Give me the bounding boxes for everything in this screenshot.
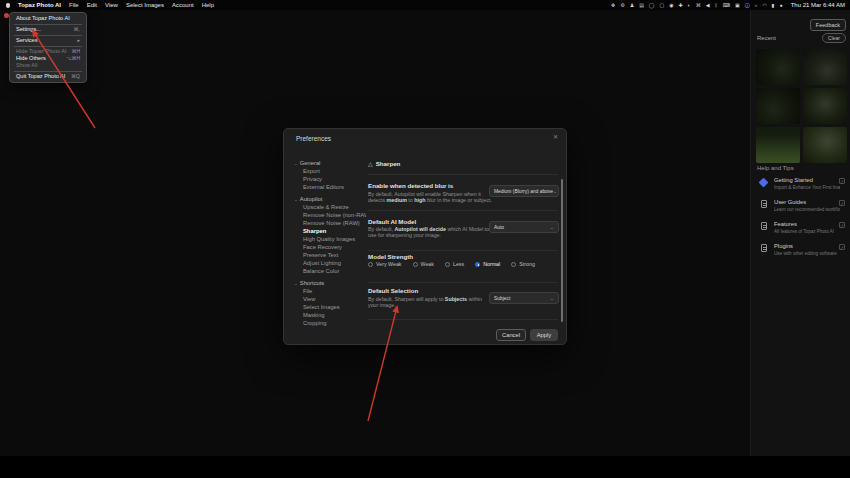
recent-thumbnail[interactable] <box>756 127 800 163</box>
display-icon[interactable]: ▢ <box>659 0 664 10</box>
menubar-item[interactable]: Account <box>172 2 194 8</box>
menubar-item[interactable]: Help <box>202 2 214 8</box>
model-strength-radios: Very WeakWeakLessNormalStrong <box>368 261 535 267</box>
volume-icon[interactable]: ◀ <box>706 0 710 10</box>
circle-icon[interactable]: ◯ <box>649 0 655 10</box>
menu-item-hide-app[interactable]: Hide Topaz Photo AI⌘H <box>10 48 86 55</box>
menubar-item[interactable]: View <box>105 2 118 8</box>
window-icon[interactable]: ▣ <box>735 0 740 10</box>
preferences-sidebar-item[interactable]: ⌄Masking <box>294 311 366 319</box>
selection-dropdown[interactable]: Subject⌄ <box>489 292 559 304</box>
apply-button[interactable]: Apply <box>530 329 558 341</box>
chevron-down-icon: ⌄ <box>294 281 298 286</box>
model-strength-radio[interactable]: Normal <box>475 261 500 267</box>
help-row-user-guides[interactable]: User Guides Learn our recommended workfl… <box>756 197 847 215</box>
menu-separator <box>14 35 82 36</box>
dialog-scrollbar[interactable] <box>561 179 563 322</box>
menu-separator <box>14 71 82 72</box>
user-icon[interactable]: ♟ <box>630 0 634 10</box>
preferences-sidebar-item[interactable]: ⌄Autopilot <box>294 195 366 203</box>
preferences-sidebar-item[interactable]: ⌄External Editors <box>294 183 366 191</box>
help-row-getting-started[interactable]: Getting Started Import & Enhance Your Fi… <box>756 175 847 193</box>
recent-thumbnail[interactable] <box>756 88 800 124</box>
model-strength-radio[interactable]: Strong <box>511 261 535 267</box>
pane-header: △Sharpen <box>368 160 400 167</box>
chevron-down-icon: ⌄ <box>550 295 554 301</box>
document-icon <box>761 222 767 230</box>
help-row-features[interactable]: Features All features of Topaz Photo AI … <box>756 219 847 237</box>
preferences-sidebar-item[interactable]: ⌄Upscale & Resize <box>294 203 366 211</box>
recent-thumbnail[interactable] <box>803 127 847 163</box>
document-icon <box>761 244 767 252</box>
feedback-button[interactable]: Feedback <box>810 19 846 31</box>
wifi-icon[interactable]: ◠ <box>762 0 766 10</box>
chevron-down-icon: ⌄ <box>553 188 557 194</box>
recent-thumbnail[interactable] <box>803 88 847 124</box>
keyboard-icon[interactable]: ⌨ <box>723 0 730 10</box>
preferences-sidebar-item[interactable]: ⌄Select Images <box>294 303 366 311</box>
preferences-sidebar-item[interactable]: ⌄File <box>294 287 366 295</box>
clear-recent-button[interactable]: Clear <box>822 33 846 43</box>
ai-model-dropdown[interactable]: Auto⌄ <box>489 221 559 233</box>
menubar-item[interactable]: File <box>69 2 79 8</box>
menubar-item[interactable]: Edit <box>87 2 97 8</box>
bell-icon[interactable]: ◉ <box>669 0 673 10</box>
apple-icon[interactable] <box>6 3 10 8</box>
search-icon[interactable]: ⌕ <box>755 0 758 10</box>
bluetooth-icon[interactable]: ᛒ <box>715 0 718 10</box>
menu-bar-status-area: ✥⚙♟▤◯▢◉✚◐⌘◀ᛒ⌨▣ⓘ⌕◠▮● Thu 21 Mar 6:44 AM <box>611 0 850 10</box>
chevron-down-icon: ⌄ <box>294 197 298 202</box>
preferences-sidebar-item[interactable]: ⌄Sharpen <box>294 227 366 235</box>
model-strength-radio[interactable]: Less <box>445 261 464 267</box>
menu-item-show-all[interactable]: Show All <box>10 62 86 69</box>
recent-thumbnail[interactable] <box>803 49 847 85</box>
gear-icon[interactable]: ⚙ <box>620 0 624 10</box>
menu-item-settings[interactable]: Settings...⌘, <box>10 26 86 33</box>
getting-started-icon <box>759 178 769 188</box>
menu-item-about[interactable]: About Topaz Photo AI <box>10 15 86 22</box>
preferences-sidebar-item[interactable]: ⌄Privacy <box>294 175 366 183</box>
printer-icon[interactable]: ▤ <box>639 0 644 10</box>
preferences-sidebar-item[interactable]: ⌄Shortcuts <box>294 279 366 287</box>
preferences-sidebar-item[interactable]: ⌄Export <box>294 167 366 175</box>
cancel-button[interactable]: Cancel <box>496 329 526 341</box>
preferences-sidebar-item[interactable]: ⌄Balance Color <box>294 267 366 275</box>
model-strength-title: Model Strength <box>368 253 413 260</box>
globe-icon[interactable]: ◐ <box>688 0 691 10</box>
preferences-sidebar-item[interactable]: ⌄Remove Noise (RAW) <box>294 219 366 227</box>
info-icon[interactable]: ⓘ <box>745 0 750 10</box>
blur-level-dropdown[interactable]: Medium (Blurry) and above⌄ <box>489 185 559 197</box>
preferences-sidebar-item[interactable]: ⌄View <box>294 295 366 303</box>
menubar-clock[interactable]: Thu 21 Mar 6:44 AM <box>788 2 845 8</box>
recent-heading: Recent <box>757 35 776 41</box>
menubar-app-name[interactable]: Topaz Photo AI <box>18 2 61 8</box>
menubar-item[interactable]: Select Images <box>126 2 164 8</box>
preferences-sidebar-item[interactable]: ⌄Remove Noise (non-RAW) <box>294 211 366 219</box>
model-strength-radio[interactable]: Weak <box>413 261 434 267</box>
menu-item-quit[interactable]: Quit Topaz Photo AI⌘Q <box>10 73 86 80</box>
preferences-sidebar-item[interactable]: ⌄High Quality Images <box>294 235 366 243</box>
default-selection-title: Default Selection <box>368 287 418 294</box>
preferences-sidebar-item[interactable]: ⌄Adjust Lighting <box>294 259 366 267</box>
preferences-sidebar-item[interactable]: ⌄Preserve Text <box>294 251 366 259</box>
preferences-sidebar-item[interactable]: ⌄Cropping <box>294 319 366 327</box>
record-icon[interactable]: ● <box>780 0 783 10</box>
dialog-title: Preferences <box>296 135 331 142</box>
preferences-sidebar-item[interactable]: ⌄Face Recovery <box>294 243 366 251</box>
help-row-plugins[interactable]: Plugins Use with other editing software … <box>756 241 847 259</box>
menu-item-services[interactable]: Services▸ <box>10 37 86 44</box>
menu-item-hide-others[interactable]: Hide Others⌥⌘H <box>10 55 86 62</box>
default-ai-model-description: By default, Autopilot will decide which … <box>368 226 492 239</box>
battery-icon[interactable]: ▮ <box>772 0 775 10</box>
recent-thumbnail[interactable] <box>756 49 800 85</box>
model-strength-radio[interactable]: Very Weak <box>368 261 402 267</box>
preferences-sidebar-item[interactable]: ⌄General <box>294 159 366 167</box>
external-link-icon: ↗ <box>839 178 845 184</box>
radio-icon <box>368 262 373 267</box>
badge-icon[interactable]: ✥ <box>611 0 615 10</box>
external-link-icon: ↗ <box>839 244 845 250</box>
plus-icon[interactable]: ✚ <box>679 0 683 10</box>
divider <box>368 174 558 175</box>
command-icon[interactable]: ⌘ <box>696 0 701 10</box>
right-panel: Feedback Recent Clear Help and Tips Gett… <box>750 10 850 456</box>
